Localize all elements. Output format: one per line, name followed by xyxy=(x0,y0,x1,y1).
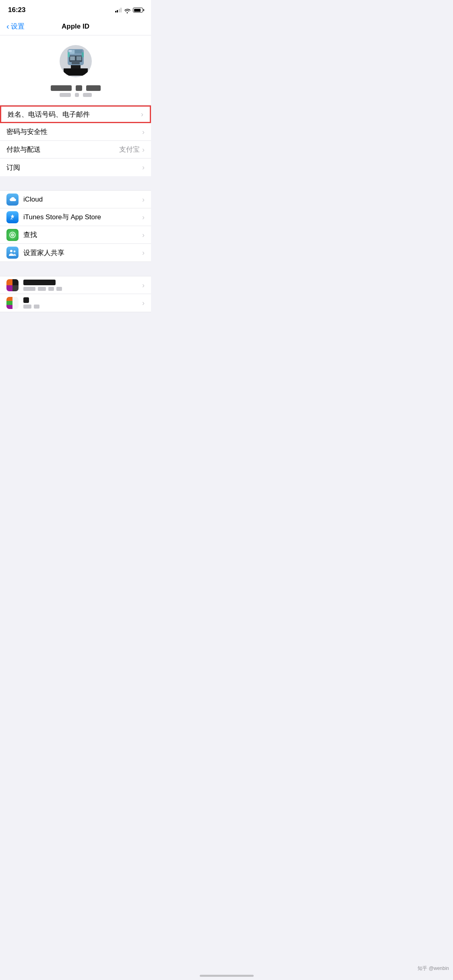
svg-point-16 xyxy=(10,250,12,252)
email-block-1 xyxy=(60,93,71,97)
svg-rect-21 xyxy=(6,285,12,291)
name-line-1 xyxy=(51,85,101,91)
app-row-1-name xyxy=(23,280,56,285)
profile-name xyxy=(51,85,101,97)
icloud-row[interactable]: iCloud › xyxy=(0,191,151,208)
itunes-appstore-row[interactable]: A iTunes Store与 App Store › xyxy=(0,208,151,226)
status-time: 16:23 xyxy=(8,6,25,14)
svg-rect-24 xyxy=(6,297,12,301)
subscriptions-label: 订阅 xyxy=(6,163,142,172)
family-sharing-label: 设置家人共享 xyxy=(23,248,142,257)
payment-delivery-label: 付款与配送 xyxy=(6,145,119,154)
app-icon-1 xyxy=(6,279,19,291)
bottom-spacer xyxy=(0,312,151,336)
icloud-chevron: › xyxy=(142,196,145,203)
icloud-label: iCloud xyxy=(23,196,142,204)
status-bar: 16:23 xyxy=(0,0,151,18)
profile-section xyxy=(0,35,151,105)
findmy-icon xyxy=(6,229,19,241)
name-phone-email-chevron: › xyxy=(141,111,143,118)
subscriptions-row[interactable]: 订阅 › xyxy=(0,159,151,176)
settings-section-2: iCloud › A iTunes Store与 App Store › 查找 … xyxy=(0,190,151,262)
svg-rect-11 xyxy=(82,52,84,57)
email-block-3 xyxy=(83,93,92,97)
app-row-1[interactable]: › xyxy=(0,276,151,294)
svg-text:A: A xyxy=(10,217,13,220)
app-row-2-content xyxy=(23,297,142,309)
password-security-chevron: › xyxy=(142,128,145,136)
section-gap-2 xyxy=(0,262,151,276)
app-row-2-chevron: › xyxy=(142,299,145,307)
family-icon xyxy=(6,247,19,259)
findmy-row[interactable]: 查找 › xyxy=(0,226,151,244)
payment-delivery-value: 支付宝 xyxy=(119,145,140,154)
itunes-appstore-label: iTunes Store与 App Store xyxy=(23,212,142,222)
app-row-2[interactable]: › xyxy=(0,294,151,312)
payment-delivery-row[interactable]: 付款与配送 支付宝 › xyxy=(0,141,151,159)
svg-rect-25 xyxy=(6,301,12,305)
name-phone-email-label: 姓名、电话号码、电子邮件 xyxy=(8,110,141,119)
settings-section-3: › › xyxy=(0,276,151,312)
wifi-icon xyxy=(124,8,130,12)
svg-rect-2 xyxy=(68,50,72,52)
password-security-row[interactable]: 密码与安全性 › xyxy=(0,123,151,141)
nav-bar: ‹ 设置 Apple ID xyxy=(0,18,151,35)
password-security-label: 密码与安全性 xyxy=(6,127,142,136)
payment-delivery-chevron: › xyxy=(142,146,145,153)
app-row-1-content xyxy=(23,280,142,291)
svg-rect-27 xyxy=(12,297,19,309)
name-phone-email-row[interactable]: 姓名、电话号码、电子邮件 › xyxy=(0,105,151,123)
name-block-2 xyxy=(76,85,82,91)
findmy-label: 查找 xyxy=(23,230,142,239)
name-line-2 xyxy=(60,93,92,97)
svg-rect-3 xyxy=(75,50,82,53)
svg-rect-22 xyxy=(12,285,19,291)
svg-rect-6 xyxy=(77,56,81,60)
email-block-2 xyxy=(75,93,79,97)
appstore-icon: A xyxy=(6,211,19,223)
family-sharing-chevron: › xyxy=(142,249,145,256)
page-title: Apple ID xyxy=(62,23,89,31)
app-row-1-sub xyxy=(23,287,142,291)
avatar-image xyxy=(60,45,92,77)
svg-rect-19 xyxy=(6,279,12,285)
svg-rect-20 xyxy=(12,279,19,285)
family-sharing-row[interactable]: 设置家人共享 › xyxy=(0,244,151,261)
section-gap-1 xyxy=(0,176,151,190)
settings-section-1: 姓名、电话号码、电子邮件 › 密码与安全性 › 付款与配送 支付宝 › 订阅 › xyxy=(0,105,151,176)
name-block-1 xyxy=(51,85,72,91)
back-chevron-icon: ‹ xyxy=(6,22,9,30)
battery-icon xyxy=(133,8,143,12)
svg-rect-10 xyxy=(68,52,70,57)
svg-point-17 xyxy=(14,251,16,253)
svg-rect-26 xyxy=(6,305,12,309)
app-row-2-name xyxy=(23,297,29,303)
svg-rect-5 xyxy=(70,56,75,60)
findmy-chevron: › xyxy=(142,231,145,239)
status-icons xyxy=(115,8,143,12)
back-button[interactable]: ‹ 设置 xyxy=(6,22,25,31)
avatar xyxy=(60,45,92,77)
name-block-3 xyxy=(86,85,101,91)
svg-rect-9 xyxy=(64,68,88,76)
svg-point-15 xyxy=(12,234,13,235)
app-row-2-sub xyxy=(23,305,142,309)
back-label: 设置 xyxy=(11,22,25,31)
signal-icon xyxy=(115,8,122,12)
svg-rect-7 xyxy=(72,61,80,64)
itunes-appstore-chevron: › xyxy=(142,214,145,221)
app-icon-2 xyxy=(6,297,19,309)
icloud-icon xyxy=(6,194,19,206)
subscriptions-chevron: › xyxy=(142,164,145,171)
app-row-1-chevron: › xyxy=(142,282,145,289)
